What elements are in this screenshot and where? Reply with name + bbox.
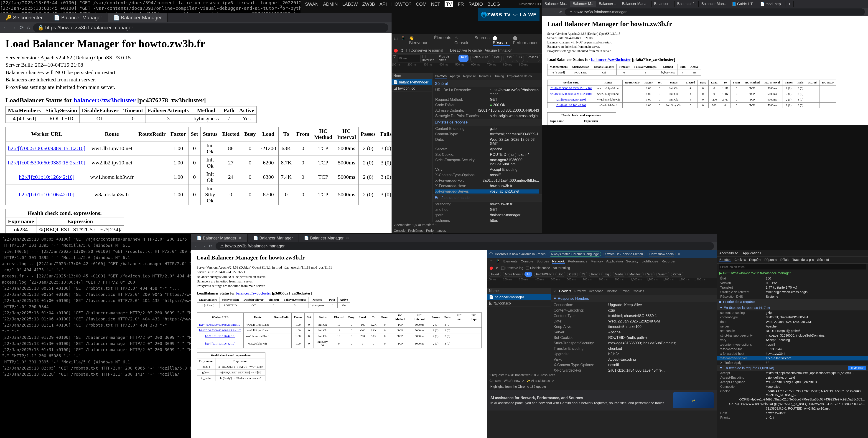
nav-item[interactable]: ADMIN: [323, 2, 338, 7]
filter-all[interactable]: All: [525, 272, 532, 277]
filter-pill[interactable]: Other: [671, 272, 683, 277]
device-icon[interactable]: 📱: [496, 259, 500, 264]
perf-tab[interactable]: Performances: [426, 229, 446, 232]
more-filters[interactable]: Plus de filtres: [439, 55, 457, 62]
dtab[interactable]: Lighthouse: [642, 259, 658, 264]
request-tab[interactable]: Requête: [749, 258, 761, 262]
back-icon[interactable]: ←: [194, 244, 198, 248]
dtab[interactable]: ⬤ Performances: [513, 35, 539, 46]
dtab[interactable]: 👋 Bienvenue: [409, 35, 431, 46]
worker-url-link[interactable]: h2://[fc01::10:106:42:10]: [205, 342, 235, 345]
tab[interactable]: 🔑 Se connecter: [0, 13, 48, 22]
tab[interactable]: 📘 Guide HT..: [729, 1, 757, 7]
tab[interactable]: Balancer Man..: [699, 1, 729, 7]
balancer-link[interactable]: balancer://zw3bcluster: [591, 57, 631, 62]
filter-pill[interactable]: JS: [580, 272, 587, 277]
dtab[interactable]: Security: [626, 259, 638, 264]
filter-css[interactable]: CSS: [503, 55, 514, 62]
tab[interactable]: 📄 Balancer Manager ✕: [191, 234, 248, 242]
worker-url-link[interactable]: h2://[fc01::10:126:42:10]: [205, 334, 235, 338]
tab[interactable]: 📄 Balancer Manager: [108, 13, 167, 22]
throttle-select[interactable]: No throttling: [553, 266, 570, 270]
section-response-headers[interactable]: ▼ Response Headers: [551, 295, 717, 302]
worker-url-link[interactable]: h2://[fc00:5300:60:9389:15:2:a:10]: [550, 92, 592, 96]
record-icon[interactable]: ⬤: [490, 266, 493, 270]
dtab[interactable]: Elements: [503, 259, 518, 264]
tab[interactable]: 📄 Balancer Manager ✕: [299, 234, 355, 242]
request-row[interactable]: 🖼 favicon.ico: [487, 300, 551, 307]
balancer-link[interactable]: balancer://zw3bcluster: [236, 291, 271, 295]
clear-icon[interactable]: ⊘: [496, 266, 499, 270]
filter-more[interactable]: More filters: [503, 272, 523, 277]
acc-tab[interactable]: Applications: [743, 251, 761, 255]
back-icon[interactable]: ←: [545, 10, 549, 14]
hdr-tab[interactable]: Preview: [574, 289, 586, 293]
nav-item[interactable]: NET: [431, 2, 440, 7]
inspect-icon[interactable]: ⬚: [394, 35, 398, 46]
filter-pill[interactable]: Doc: [555, 272, 565, 277]
request-row[interactable]: 📄 balancer-manager: [392, 79, 432, 86]
worker-url-link[interactable]: h2://[fc01::10:126:42:10]: [19, 174, 74, 180]
timing-tab[interactable]: Délais: [780, 258, 789, 262]
hdr-tab[interactable]: Initiator: [607, 289, 617, 293]
whats-new-tab[interactable]: What's new: [504, 379, 520, 382]
balancer-link[interactable]: balancer://zw3bcluster: [74, 97, 136, 104]
filter-doc[interactable]: Doc: [492, 55, 502, 62]
tab[interactable]: Balancer Ma..: [542, 1, 570, 7]
network-timeline[interactable]: 100 ms200 ms300 ms400 ms500 ms600 ms700 …: [392, 63, 542, 73]
section-request-headers[interactable]: En-têtes de demande: [433, 194, 542, 201]
reload-icon[interactable]: ⟳: [209, 243, 212, 248]
request-row[interactable]: 📄 balancer-manager: [487, 294, 551, 300]
lang-dismiss-button[interactable]: Don't show again: [647, 251, 676, 257]
filter-font[interactable]: Polices: [526, 55, 540, 62]
filter-pill[interactable]: Media: [613, 272, 626, 277]
hdr-tab[interactable]: Réponse: [463, 74, 476, 78]
console-tab[interactable]: Console: [490, 379, 501, 382]
worker-url-link[interactable]: h2://[fc01::10:106:42:10]: [19, 192, 74, 197]
hdr-tab[interactable]: En-têtes: [435, 74, 446, 78]
acc-tab[interactable]: Accessibilité: [719, 251, 738, 255]
filter-pill[interactable]: Fetch/XHR: [534, 272, 554, 277]
filter-headers-input[interactable]: [719, 264, 866, 269]
issues-tab[interactable]: Problèmes: [408, 229, 424, 232]
url-input[interactable]: ⚠ howto.zw3b.fr/balancer-manager: [216, 242, 714, 250]
dtab[interactable]: ⚠ Console: [454, 35, 471, 46]
clear-icon[interactable]: ⊘: [401, 48, 404, 53]
invert-checkbox[interactable]: [422, 55, 426, 58]
reload-icon[interactable]: ⟳: [559, 10, 562, 14]
hdr-tab[interactable]: Timing: [494, 74, 504, 78]
close-icon[interactable]: ✕: [553, 289, 556, 293]
tab[interactable]: 📄 mod_http..: [757, 1, 786, 7]
dtab[interactable]: Network: [552, 259, 565, 264]
new-tab-button[interactable]: +: [786, 1, 794, 7]
reload-icon[interactable]: ⟳: [20, 25, 24, 31]
dtab[interactable]: Application: [606, 259, 623, 264]
network-timeline[interactable]: 100 ms200 ms300 ms400 ms500 ms600 ms700 …: [487, 278, 717, 288]
filter-pill[interactable]: Img: [601, 272, 611, 277]
hdr-tab[interactable]: Headers: [559, 289, 571, 293]
filter-pill[interactable]: Wasm: [656, 272, 669, 277]
nav-item[interactable]: BLOG: [487, 2, 500, 7]
worker-url-link[interactable]: h2://[fc00:5300:60:9389:15:1:a:10]: [199, 323, 241, 326]
tab[interactable]: 📄 Balancer Manager: [248, 234, 299, 242]
lang-match-button[interactable]: Always match Chrome's language: [549, 251, 601, 257]
nav-item[interactable]: RADIO: [468, 2, 483, 7]
url-input[interactable]: ⚠ howto.zw3b.fr/balancer-manager: [565, 8, 865, 15]
nav-item[interactable]: SWAN: [305, 2, 318, 7]
nav-item[interactable]: FR: [458, 2, 464, 7]
preserve-log-checkbox[interactable]: [501, 267, 504, 270]
stack-tab[interactable]: Trace de la pile: [793, 258, 814, 262]
acc-section[interactable]: ▼ En-têtes de la réponse (417 o): [717, 305, 868, 310]
filter-pill[interactable]: Font: [589, 272, 599, 277]
forward-icon[interactable]: →: [11, 25, 17, 31]
hdr-tab[interactable]: Exploration de co...: [507, 74, 534, 78]
nav-item[interactable]: COM: [416, 2, 427, 7]
tab[interactable]: Balancer ..: [596, 1, 619, 7]
tab[interactable]: Balancer ..: [652, 1, 675, 7]
raw-text-button[interactable]: Texte brut: [848, 366, 866, 370]
section-response-headers[interactable]: En-têtes de réponse: [433, 119, 542, 126]
device-icon[interactable]: 📱: [401, 35, 406, 46]
record-icon[interactable]: ⬤: [394, 48, 398, 53]
url-input[interactable]: 🔒 https://howto.zw3b.fr/balancer-manager: [33, 24, 389, 32]
nav-item[interactable]: API: [379, 2, 387, 7]
